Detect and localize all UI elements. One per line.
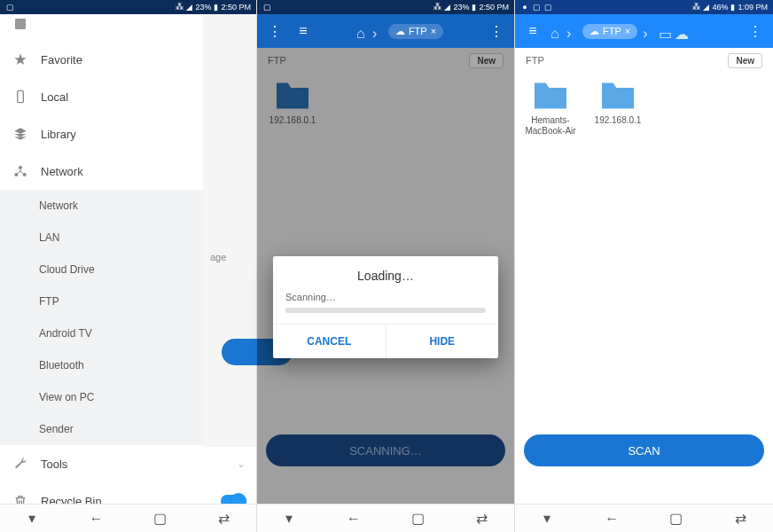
- signal-icon: ◢: [186, 3, 192, 12]
- sidebar: Favorite ⌄ Local ⌄ Library ⌄ Network ⌃ N…: [0, 14, 256, 504]
- chevron-up-icon: ⌃: [237, 165, 246, 177]
- battery-pct: 23%: [453, 3, 469, 12]
- folder-label: 192.168.0.1: [595, 115, 642, 126]
- sidebar-item-network[interactable]: Network ⌃: [0, 153, 256, 190]
- chevron-down-icon: ⌄: [237, 458, 246, 470]
- star-icon: [12, 51, 28, 67]
- trash-icon: [12, 493, 28, 504]
- folder-icon: [598, 80, 637, 112]
- cloud-icon: ☁: [590, 26, 599, 37]
- sidebar-label: Recycle Bin: [41, 495, 102, 505]
- tab-row: FTP New: [515, 48, 773, 73]
- app-topbar: ≡ ⌂ › ☁ FTP × › ▭ ☁ ⋮: [515, 14, 773, 48]
- sidebar-item-local[interactable]: Local ⌄: [0, 78, 256, 115]
- hamburger-icon[interactable]: ≡: [522, 20, 543, 42]
- cloud-icon[interactable]: ☁: [675, 26, 685, 36]
- signal-icon: ◢: [444, 3, 450, 12]
- sidebar-label: Favorite: [41, 53, 82, 66]
- sidebar-sub-androidtv[interactable]: Android TV: [0, 317, 256, 349]
- battery-icon: ▮: [214, 3, 218, 12]
- svg-rect-0: [15, 19, 26, 29]
- recycle-toggle[interactable]: [221, 495, 246, 504]
- battery-pct: 23%: [195, 3, 211, 12]
- svg-point-2: [19, 166, 22, 169]
- chevron-down-icon: ⌄: [237, 128, 246, 140]
- hide-keyboard-icon[interactable]: ▾: [24, 511, 40, 527]
- sidebar-label: Network: [41, 165, 83, 178]
- tab-ftp[interactable]: FTP: [526, 55, 544, 66]
- sidebar-sub-cloud[interactable]: Cloud Drive: [0, 254, 256, 286]
- bluetooth-icon: ⁂: [176, 3, 183, 12]
- sidebar-sub-ftp[interactable]: FTP: [0, 286, 256, 317]
- bluetooth-icon: ⁂: [433, 3, 441, 12]
- chevron-right-icon: ›: [566, 26, 577, 36]
- more-vert-icon[interactable]: ⋮: [486, 20, 507, 42]
- sidebar-sub-lan[interactable]: LAN: [0, 222, 256, 254]
- android-navbar: ▾ ← ▢ ⇄: [257, 504, 514, 532]
- home-icon[interactable]: ⌂: [356, 26, 367, 36]
- sidebar-item-recycle[interactable]: Recycle Bin: [0, 482, 256, 504]
- folder-item[interactable]: Hemants-MacBook-Air: [522, 80, 579, 137]
- more-vert-icon[interactable]: ⋮: [745, 20, 766, 42]
- crumb-chip-ftp[interactable]: ☁ FTP ×: [388, 24, 443, 39]
- phone-icon: [12, 89, 28, 105]
- image-icon: ▢: [532, 3, 541, 12]
- home-icon[interactable]: ▢: [668, 511, 684, 527]
- image-icon: ▢: [543, 3, 552, 12]
- image-icon: ▢: [5, 3, 14, 12]
- back-icon[interactable]: ←: [346, 511, 362, 527]
- clock: 1:09 PM: [738, 3, 768, 12]
- sidebar-item-tools[interactable]: Tools ⌄: [0, 445, 256, 482]
- dialog-subtitle: Scanning…: [273, 292, 498, 308]
- svg-rect-1: [18, 90, 24, 102]
- sidebar-item-favorite[interactable]: Favorite ⌄: [0, 41, 256, 78]
- folder-item[interactable]: 192.168.0.1: [590, 80, 646, 137]
- window-icon[interactable]: ▭: [659, 26, 669, 36]
- crumb-chip-ftp[interactable]: ☁ FTP ×: [582, 24, 637, 39]
- progress-bar: [285, 308, 486, 313]
- sidebar-sub-viewonpc[interactable]: View on PC: [0, 381, 256, 413]
- home-icon[interactable]: ▢: [410, 511, 426, 527]
- sidebar-item-library[interactable]: Library ⌄: [0, 115, 256, 153]
- status-bar: ● ▢ ▢ ⁂ ◢ 46% ▮ 1:09 PM: [515, 0, 773, 14]
- back-icon[interactable]: ←: [88, 511, 104, 527]
- folder-grid: Hemants-MacBook-Air 192.168.0.1: [515, 73, 773, 144]
- scan-button[interactable]: SCAN: [524, 434, 764, 466]
- home-icon[interactable]: ▢: [152, 511, 168, 527]
- network-icon: [12, 163, 28, 179]
- recents-icon[interactable]: ⇄: [216, 511, 232, 527]
- close-icon[interactable]: ×: [431, 26, 436, 36]
- recents-icon[interactable]: ⇄: [474, 511, 490, 527]
- sidebar-sub-sender[interactable]: Sender: [0, 413, 256, 445]
- chevron-right-icon: ›: [643, 26, 653, 36]
- close-icon[interactable]: ×: [625, 26, 630, 36]
- hide-keyboard-icon[interactable]: ▾: [539, 511, 555, 527]
- battery-icon: ▮: [730, 3, 735, 12]
- sidebar-sub-bluetooth[interactable]: Bluetooth: [0, 349, 256, 381]
- signal-icon: ◢: [703, 3, 709, 12]
- battery-icon: ▮: [472, 3, 476, 12]
- hide-keyboard-icon[interactable]: ▾: [281, 511, 297, 527]
- new-button[interactable]: New: [728, 53, 762, 68]
- status-bar: ▢ ⁂ ◢ 23% ▮ 2:50 PM: [0, 0, 256, 14]
- back-icon[interactable]: ←: [604, 511, 620, 527]
- hide-button[interactable]: HIDE: [386, 325, 499, 358]
- cloud-icon: ☁: [395, 26, 405, 37]
- breadcrumb: ⌂ › ☁ FTP ×: [321, 24, 479, 39]
- recents-icon[interactable]: ⇄: [733, 511, 749, 527]
- home-icon[interactable]: ⌂: [550, 26, 561, 36]
- cancel-button[interactable]: CANCEL: [273, 325, 386, 358]
- bluetooth-icon: ⁂: [692, 3, 700, 12]
- folder-label: Hemants-MacBook-Air: [522, 115, 579, 137]
- breadcrumb: ⌂ › ☁ FTP × › ▭ ☁: [550, 24, 738, 39]
- more-vert-icon[interactable]: ⋮: [264, 20, 285, 42]
- sidebar-label: Tools: [41, 458, 67, 471]
- chevron-down-icon: ⌄: [237, 90, 246, 103]
- sidebar-label: Local: [41, 90, 68, 104]
- sidebar-item-truncated[interactable]: [0, 14, 256, 41]
- image-icon: ▢: [262, 3, 271, 12]
- app-icon: ●: [520, 3, 529, 12]
- dialog-title: Loading…: [273, 256, 498, 292]
- hamburger-icon[interactable]: ≡: [293, 20, 314, 42]
- sidebar-sub-network[interactable]: Network: [0, 190, 256, 222]
